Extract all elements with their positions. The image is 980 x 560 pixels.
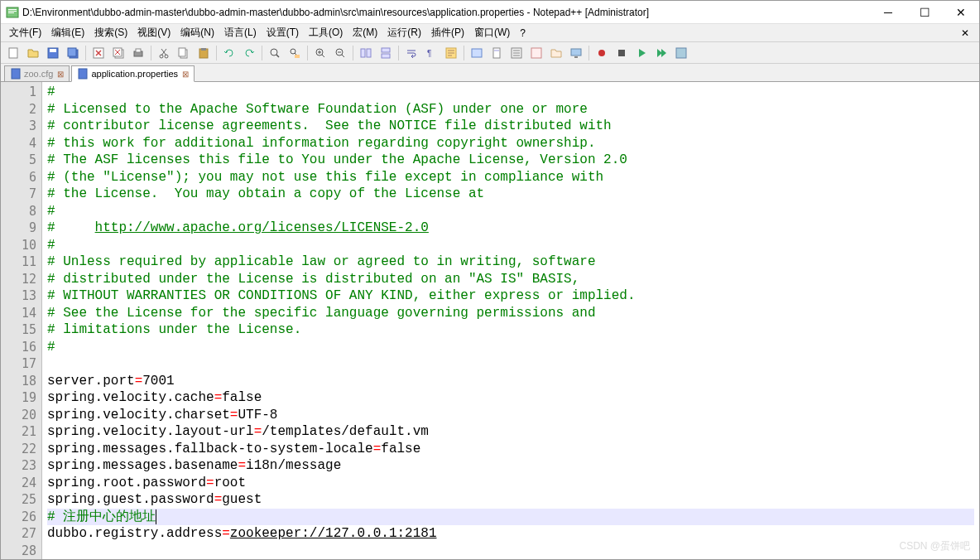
menu-settings[interactable]: 设置(T): [262, 24, 304, 41]
code-line[interactable]: spring.root.password=root: [47, 475, 974, 492]
menu-edit[interactable]: 编辑(E): [46, 24, 89, 41]
svg-rect-19: [201, 48, 206, 51]
close-button[interactable]: ✕: [943, 1, 979, 24]
maximize-button[interactable]: ☐: [906, 1, 943, 24]
close-file-icon[interactable]: [89, 44, 108, 62]
svg-rect-40: [676, 48, 686, 58]
code-line[interactable]: server.port=7001: [47, 373, 974, 390]
doc-map-icon[interactable]: [488, 44, 506, 62]
code-line[interactable]: dubbo.registry.address=zookeeper://127.0…: [47, 525, 974, 543]
menu-plugins[interactable]: 插件(P): [426, 24, 469, 41]
code-line[interactable]: #: [47, 203, 974, 220]
user-lang-icon[interactable]: [468, 44, 486, 62]
code-line[interactable]: spring.messages.basename=i18n/message: [47, 457, 974, 475]
new-file-icon[interactable]: [4, 44, 22, 62]
code-line[interactable]: # Licensed to the Apache Software Founda…: [47, 101, 974, 118]
play-multi-icon[interactable]: [652, 44, 670, 62]
tab-label: application.properties: [91, 69, 178, 79]
paste-icon[interactable]: [195, 44, 213, 62]
menu-file[interactable]: 文件(F): [4, 24, 46, 41]
find-icon[interactable]: [266, 44, 284, 62]
replace-icon[interactable]: [286, 44, 304, 62]
code-line[interactable]: # limitations under the License.: [47, 321, 974, 339]
menu-macro[interactable]: 宏(M): [348, 24, 382, 41]
menu-view[interactable]: 视图(V): [132, 24, 175, 41]
print-icon[interactable]: [129, 44, 147, 62]
svg-rect-33: [494, 50, 499, 51]
copy-icon[interactable]: [175, 44, 193, 62]
code-line[interactable]: # this work for additional information r…: [47, 135, 974, 152]
code-line[interactable]: spring.velocity.cache=false: [47, 389, 974, 407]
svg-rect-28: [382, 54, 390, 58]
code-line[interactable]: spring.messages.fallback-to-system-local…: [47, 441, 974, 458]
code-line[interactable]: # See the License for the specific langu…: [47, 305, 974, 322]
save-all-icon[interactable]: [64, 44, 82, 62]
code-line[interactable]: #: [47, 84, 974, 101]
svg-rect-1: [8, 9, 17, 10]
tab-application-properties[interactable]: application.properties ⊠: [71, 65, 195, 82]
svg-point-20: [271, 49, 277, 56]
code-line[interactable]: [47, 543, 974, 560]
menu-tools[interactable]: 工具(O): [304, 24, 348, 41]
cut-icon[interactable]: [155, 44, 173, 62]
open-file-icon[interactable]: [24, 44, 42, 62]
code-line[interactable]: # the License. You may obtain a copy of …: [47, 186, 974, 203]
titlebar[interactable]: D:\Environment\dubbo-admin-master\dubbo-…: [1, 1, 979, 24]
save-macro-icon[interactable]: [672, 44, 690, 62]
tab-zoo-cfg[interactable]: zoo.cfg ⊠: [4, 65, 70, 82]
line-number: 26: [2, 509, 36, 526]
menu-window[interactable]: 窗口(W): [469, 24, 515, 41]
code-line[interactable]: # (the "License"); you may not use this …: [47, 169, 974, 186]
code-line[interactable]: #: [47, 237, 974, 254]
svg-rect-17: [179, 48, 185, 56]
svg-text:¶: ¶: [427, 49, 431, 58]
menu-search[interactable]: 搜索(S): [89, 24, 132, 41]
sync-vscroll-icon[interactable]: [357, 44, 375, 62]
show-all-chars-icon[interactable]: ¶: [422, 44, 440, 62]
code-line[interactable]: spring.velocity.charset=UTF-8: [47, 407, 974, 424]
code-line[interactable]: # http://www.apache.org/licenses/LICENSE…: [47, 220, 974, 237]
stop-macro-icon[interactable]: [612, 44, 631, 62]
word-wrap-icon[interactable]: [402, 44, 420, 62]
menu-run[interactable]: 运行(R): [382, 24, 426, 41]
zoom-in-icon[interactable]: [311, 44, 329, 62]
mdi-close-button[interactable]: ✕: [954, 27, 976, 39]
function-list-icon[interactable]: [527, 44, 545, 62]
close-all-icon[interactable]: [109, 44, 127, 62]
toolbar-separator: [85, 46, 86, 60]
tab-close-icon[interactable]: ⊠: [182, 70, 189, 79]
line-number: 20: [2, 407, 36, 424]
menu-encoding[interactable]: 编码(N): [175, 24, 219, 41]
code-line[interactable]: # distributed under the License is distr…: [47, 271, 974, 288]
code-line[interactable]: spring.guest.password=guest: [47, 491, 974, 509]
redo-icon[interactable]: [240, 44, 258, 62]
menu-help[interactable]: ?: [515, 26, 531, 41]
editor[interactable]: 1234567891011121314151617181920212223242…: [1, 82, 979, 559]
code-line[interactable]: # The ASF licenses this file to You unde…: [47, 152, 974, 169]
doc-list-icon[interactable]: [507, 44, 526, 62]
code-line[interactable]: # WITHOUT WARRANTIES OR CONDITIONS OF AN…: [47, 287, 974, 305]
line-number: 23: [2, 457, 36, 475]
line-number: 22: [2, 441, 36, 458]
folder-workspace-icon[interactable]: [547, 44, 565, 62]
zoom-out-icon[interactable]: [331, 44, 349, 62]
tab-close-icon[interactable]: ⊠: [57, 70, 64, 79]
record-macro-icon[interactable]: [593, 44, 611, 62]
code-line[interactable]: # Unless required by applicable law or a…: [47, 253, 974, 271]
save-icon[interactable]: [44, 44, 62, 62]
menu-language[interactable]: 语言(L): [219, 24, 262, 41]
line-number: 11: [2, 253, 36, 271]
monitor-icon[interactable]: [567, 44, 585, 62]
code-line[interactable]: # 注册中心的地址: [47, 509, 974, 526]
code-line[interactable]: [47, 355, 974, 373]
indent-guide-icon[interactable]: [442, 44, 460, 62]
undo-icon[interactable]: [220, 44, 238, 62]
play-macro-icon[interactable]: [632, 44, 651, 62]
code-content[interactable]: ## Licensed to the Apache Software Found…: [42, 82, 979, 559]
code-line[interactable]: # contributor license agreements. See th…: [47, 118, 974, 135]
sync-hscroll-icon[interactable]: [377, 44, 395, 62]
svg-rect-4: [9, 48, 17, 58]
code-line[interactable]: spring.velocity.layout-url=/templates/de…: [47, 423, 974, 441]
code-line[interactable]: #: [47, 339, 974, 356]
minimize-button[interactable]: ─: [870, 1, 906, 24]
